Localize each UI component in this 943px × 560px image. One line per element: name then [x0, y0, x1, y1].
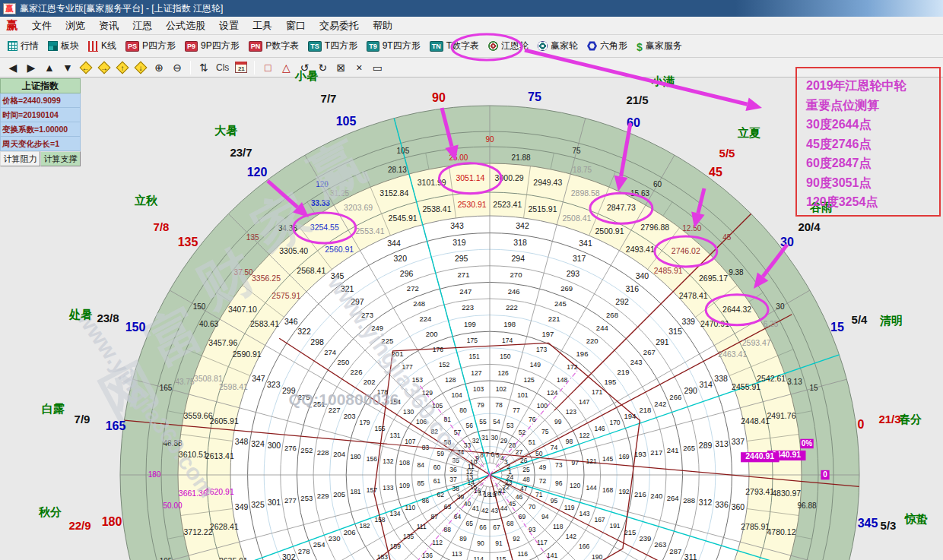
annotation-line: 30度2644点	[806, 115, 939, 134]
toolbar-9p-square[interactable]: P99P四方形	[180, 37, 244, 55]
toolbar-separator	[190, 61, 191, 74]
tool-cross-tool-icon[interactable]: ×	[351, 60, 367, 75]
tool-rotate-ccw-icon[interactable]: ↺	[296, 60, 313, 75]
quote-row: 价格=2440.9099	[0, 93, 81, 108]
tool-zoom-in-icon[interactable]: ⊕	[151, 60, 167, 75]
tool-scale-tool-icon[interactable]: ⇅	[195, 60, 212, 75]
menu-item-工具[interactable]: 工具	[246, 17, 279, 34]
menu-item-文件[interactable]: 文件	[25, 17, 59, 34]
tool-clear-icon[interactable]: Cls	[214, 60, 231, 75]
tool-calendar-icon[interactable]: 21	[233, 60, 249, 75]
sectors-label: 板块	[61, 40, 79, 52]
hexagon-icon	[587, 41, 597, 51]
quotes-label: 行情	[21, 40, 39, 52]
quote-row: 周天变化步长=1	[0, 137, 81, 151]
menu-item-浏览[interactable]: 浏览	[59, 17, 92, 34]
menu-items: 文件浏览资讯江恩公式选股设置工具窗口交易委托帮助	[25, 17, 399, 34]
9p-square-icon: P9	[185, 41, 198, 52]
toolbar-p-number-table[interactable]: PNP数字表	[244, 37, 304, 55]
9t-square-icon: T9	[367, 41, 379, 52]
tool-pan-right-icon[interactable]: →	[96, 60, 113, 75]
tool-pan-down-icon[interactable]: ↓	[132, 60, 149, 75]
p-square-label: P四方形	[142, 40, 176, 52]
quote-panel: 上证指数 价格=2440.9099时间=20190104变换系数=1.00000…	[0, 78, 81, 166]
tool-nav-left-icon[interactable]: ◀	[5, 60, 21, 75]
tool-rect-tool-icon[interactable]: □	[259, 60, 276, 75]
calc-support-button[interactable]: 计算支撑	[40, 151, 81, 166]
window-title: 赢家江恩专业版[赢家服务平台] - [上证指数 江恩轮]	[20, 2, 223, 15]
menu-item-窗口[interactable]: 窗口	[279, 17, 313, 34]
gann-wheel-label: 江恩轮	[501, 40, 529, 52]
tool-rotate-cw-icon[interactable]: ↻	[314, 60, 331, 75]
annotation-line: 90度3051点	[806, 173, 939, 193]
winner-wheel-icon	[538, 41, 548, 51]
index-name: 上证指数	[0, 78, 81, 93]
annotation-line: 2019年江恩轮中轮	[806, 76, 939, 96]
hexagon-label: 六角形	[600, 40, 627, 52]
menu-item-公式选股[interactable]: 公式选股	[159, 17, 212, 34]
toolbar-kline[interactable]: K线	[84, 37, 121, 55]
annotation-box: 2019年江恩轮中轮重要点位测算30度2644点45度2746点60度2847点…	[795, 67, 941, 217]
tool-pan-left-icon[interactable]: ←	[78, 60, 94, 75]
toolbar-winner-wheel[interactable]: 赢家轮	[533, 37, 583, 55]
gann-wheel-icon	[488, 41, 498, 51]
t-number-table-label: T数字表	[446, 40, 479, 52]
app-icon: 赢	[3, 3, 16, 14]
toolbar-sectors[interactable]: 板块	[43, 37, 84, 55]
toolbar-gann-wheel[interactable]: 江恩轮	[484, 37, 533, 55]
quotes-icon	[8, 41, 17, 51]
t-square-label: T四方形	[325, 40, 357, 52]
toolbar-9t-square[interactable]: T99T四方形	[362, 37, 425, 55]
menu-item-帮助[interactable]: 帮助	[366, 17, 399, 34]
toolbar-hexagon[interactable]: 六角形	[583, 37, 632, 55]
menu-item-交易委托[interactable]: 交易委托	[313, 17, 366, 34]
tool-triangle-tool-icon[interactable]: △	[278, 60, 294, 75]
menu-item-设置[interactable]: 设置	[212, 17, 246, 34]
winner-service-label: 赢家服务	[646, 40, 682, 52]
tool-pan-up-icon[interactable]: ↑	[114, 60, 131, 75]
annotation-line: 120度3254点	[806, 192, 939, 212]
tool-nav-right-icon[interactable]: ▶	[23, 60, 40, 75]
tool-select-tool-icon[interactable]: ▭	[369, 60, 386, 75]
winner-service-icon: $	[637, 41, 643, 51]
tool-nav-up-icon[interactable]: ▲	[41, 60, 58, 75]
p-square-icon: PS	[125, 41, 139, 52]
main-toolbar: 行情板块K线PSP四方形P99P四方形PNP数字表TST四方形T99T四方形TN…	[0, 35, 943, 58]
kline-icon	[88, 41, 98, 52]
window-titlebar: 赢 赢家江恩专业版[赢家服务平台] - [上证指数 江恩轮]	[0, 0, 943, 17]
calc-resistance-button[interactable]: 计算阻力	[0, 151, 40, 166]
toolbar-p-square[interactable]: PSP四方形	[121, 37, 180, 55]
p-number-table-icon: PN	[249, 41, 263, 52]
quote-row: 时间=20190104	[0, 108, 81, 122]
kline-label: K线	[101, 40, 116, 52]
t-square-icon: TS	[308, 41, 322, 52]
toolbar-t-square[interactable]: TST四方形	[303, 37, 362, 55]
9p-square-label: 9P四方形	[201, 40, 240, 52]
p-number-table-label: P数字表	[265, 40, 299, 52]
toolbar-winner-service[interactable]: $赢家服务	[632, 37, 687, 55]
menu-item-江恩[interactable]: 江恩	[125, 17, 159, 34]
9t-square-label: 9T四方形	[383, 40, 421, 52]
annotation-line: 45度2746点	[806, 134, 939, 154]
quote-row: 变换系数=1.00000	[0, 122, 81, 137]
quote-rows: 价格=2440.9099时间=20190104变换系数=1.00000周天变化步…	[0, 93, 81, 151]
app-logo: 赢	[6, 18, 17, 33]
winner-wheel-label: 赢家轮	[551, 40, 578, 52]
annotation-line: 60度2847点	[806, 153, 939, 173]
tool-zoom-out-icon[interactable]: ⊖	[169, 60, 186, 75]
t-number-table-icon: TN	[430, 41, 443, 52]
sectors-icon	[48, 41, 58, 51]
tool-delete-box-icon[interactable]: ⊠	[332, 60, 349, 75]
menu-bar: 赢 文件浏览资讯江恩公式选股设置工具窗口交易委托帮助	[0, 17, 943, 35]
tool-nav-down-icon[interactable]: ▼	[59, 60, 76, 75]
menu-item-资讯[interactable]: 资讯	[92, 17, 125, 34]
toolbar-separator	[254, 61, 255, 74]
toolbar-quotes[interactable]: 行情	[3, 37, 43, 55]
annotation-line: 重要点位测算	[806, 96, 939, 115]
toolbar-t-number-table[interactable]: TNT数字表	[425, 37, 484, 55]
